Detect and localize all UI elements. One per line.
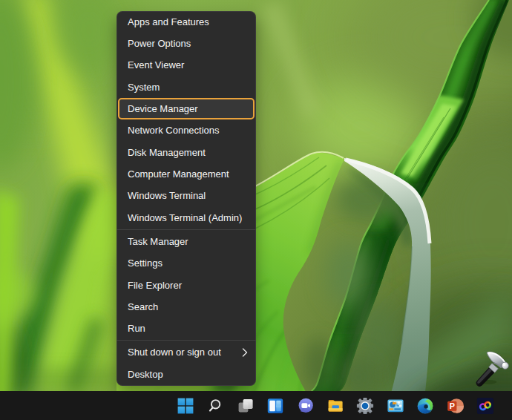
- svg-text:P: P: [449, 401, 454, 410]
